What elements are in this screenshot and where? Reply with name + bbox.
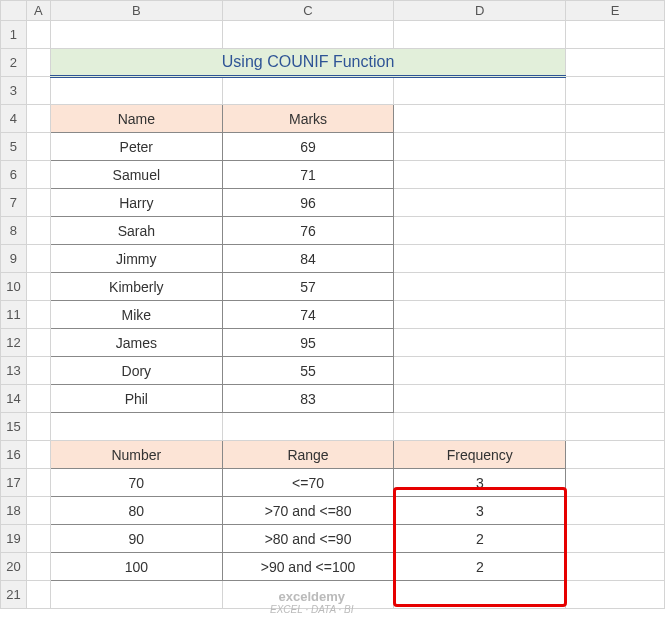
cell[interactable] bbox=[394, 301, 566, 329]
table1-cell[interactable]: Phil bbox=[50, 385, 222, 413]
row-header[interactable]: 21 bbox=[1, 581, 27, 609]
cell[interactable] bbox=[394, 413, 566, 441]
table1-cell[interactable]: 57 bbox=[222, 273, 394, 301]
cell[interactable] bbox=[26, 497, 50, 525]
table1-cell[interactable]: Jimmy bbox=[50, 245, 222, 273]
cell[interactable] bbox=[394, 273, 566, 301]
cell[interactable] bbox=[394, 21, 566, 49]
cell[interactable] bbox=[566, 553, 665, 581]
cell[interactable] bbox=[394, 217, 566, 245]
table1-header-name[interactable]: Name bbox=[50, 105, 222, 133]
cell[interactable] bbox=[26, 217, 50, 245]
cell[interactable] bbox=[566, 273, 665, 301]
cell[interactable] bbox=[566, 49, 665, 77]
col-header-C[interactable]: C bbox=[222, 1, 394, 21]
row-header[interactable]: 16 bbox=[1, 441, 27, 469]
cell[interactable] bbox=[566, 581, 665, 609]
row-header[interactable]: 15 bbox=[1, 413, 27, 441]
table2-header-number[interactable]: Number bbox=[50, 441, 222, 469]
cell[interactable] bbox=[394, 357, 566, 385]
table1-cell[interactable]: Samuel bbox=[50, 161, 222, 189]
cell[interactable] bbox=[566, 413, 665, 441]
cell[interactable] bbox=[26, 301, 50, 329]
table2-cell[interactable]: 3 bbox=[394, 497, 566, 525]
cell[interactable] bbox=[26, 581, 50, 609]
table1-header-marks[interactable]: Marks bbox=[222, 105, 394, 133]
table1-cell[interactable]: 76 bbox=[222, 217, 394, 245]
cell[interactable] bbox=[566, 133, 665, 161]
row-header[interactable]: 18 bbox=[1, 497, 27, 525]
row-header[interactable]: 2 bbox=[1, 49, 27, 77]
cell[interactable] bbox=[222, 21, 394, 49]
cell[interactable] bbox=[566, 189, 665, 217]
table2-cell[interactable]: >90 and <=100 bbox=[222, 553, 394, 581]
table2-cell[interactable]: 2 bbox=[394, 525, 566, 553]
table2-header-range[interactable]: Range bbox=[222, 441, 394, 469]
table1-cell[interactable]: Sarah bbox=[50, 217, 222, 245]
row-header[interactable]: 8 bbox=[1, 217, 27, 245]
cell[interactable] bbox=[566, 525, 665, 553]
row-header[interactable]: 9 bbox=[1, 245, 27, 273]
cell[interactable] bbox=[26, 525, 50, 553]
cell[interactable] bbox=[222, 413, 394, 441]
cell[interactable] bbox=[566, 497, 665, 525]
cell[interactable] bbox=[26, 385, 50, 413]
table2-cell[interactable]: 2 bbox=[394, 553, 566, 581]
cell[interactable] bbox=[566, 329, 665, 357]
cell[interactable] bbox=[26, 357, 50, 385]
table2-header-frequency[interactable]: Frequency bbox=[394, 441, 566, 469]
table1-cell[interactable]: 95 bbox=[222, 329, 394, 357]
cell[interactable] bbox=[50, 21, 222, 49]
table2-cell[interactable]: >70 and <=80 bbox=[222, 497, 394, 525]
row-header[interactable]: 20 bbox=[1, 553, 27, 581]
row-header[interactable]: 11 bbox=[1, 301, 27, 329]
row-header[interactable]: 3 bbox=[1, 77, 27, 105]
cell[interactable] bbox=[394, 581, 566, 609]
table2-cell[interactable]: <=70 bbox=[222, 469, 394, 497]
row-header[interactable]: 12 bbox=[1, 329, 27, 357]
cell[interactable] bbox=[566, 21, 665, 49]
cell[interactable] bbox=[222, 77, 394, 105]
row-header[interactable]: 14 bbox=[1, 385, 27, 413]
cell[interactable] bbox=[394, 189, 566, 217]
cell[interactable] bbox=[566, 385, 665, 413]
cell[interactable] bbox=[26, 21, 50, 49]
table2-cell[interactable]: 80 bbox=[50, 497, 222, 525]
col-header-A[interactable]: A bbox=[26, 1, 50, 21]
cell[interactable] bbox=[394, 385, 566, 413]
cell[interactable] bbox=[26, 133, 50, 161]
cell[interactable] bbox=[394, 161, 566, 189]
cell[interactable] bbox=[566, 77, 665, 105]
col-header-B[interactable]: B bbox=[50, 1, 222, 21]
cell[interactable] bbox=[394, 133, 566, 161]
cell[interactable] bbox=[566, 301, 665, 329]
row-header[interactable]: 5 bbox=[1, 133, 27, 161]
page-title[interactable]: Using COUNIF Function bbox=[50, 49, 565, 77]
cell[interactable] bbox=[50, 77, 222, 105]
cell[interactable] bbox=[566, 357, 665, 385]
table1-cell[interactable]: 71 bbox=[222, 161, 394, 189]
cell[interactable] bbox=[566, 245, 665, 273]
table1-cell[interactable]: 84 bbox=[222, 245, 394, 273]
cell[interactable] bbox=[50, 581, 222, 609]
table1-cell[interactable]: Dory bbox=[50, 357, 222, 385]
cell[interactable] bbox=[394, 329, 566, 357]
table1-cell[interactable]: Peter bbox=[50, 133, 222, 161]
table1-cell[interactable]: 83 bbox=[222, 385, 394, 413]
table1-cell[interactable]: 74 bbox=[222, 301, 394, 329]
cell[interactable] bbox=[394, 245, 566, 273]
corner-cell[interactable] bbox=[1, 1, 27, 21]
cell[interactable] bbox=[50, 413, 222, 441]
table2-cell[interactable]: >80 and <=90 bbox=[222, 525, 394, 553]
table2-cell[interactable]: 70 bbox=[50, 469, 222, 497]
table1-cell[interactable]: 69 bbox=[222, 133, 394, 161]
cell[interactable] bbox=[394, 77, 566, 105]
col-header-D[interactable]: D bbox=[394, 1, 566, 21]
cell[interactable] bbox=[566, 441, 665, 469]
cell[interactable] bbox=[26, 161, 50, 189]
row-header[interactable]: 13 bbox=[1, 357, 27, 385]
cell[interactable] bbox=[26, 413, 50, 441]
cell[interactable] bbox=[26, 553, 50, 581]
row-header[interactable]: 6 bbox=[1, 161, 27, 189]
row-header[interactable]: 7 bbox=[1, 189, 27, 217]
